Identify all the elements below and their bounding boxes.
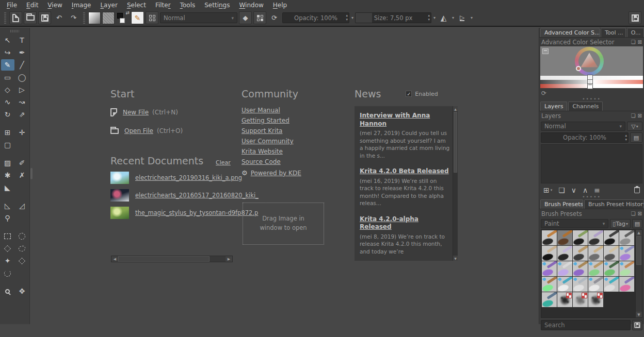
brush-preset[interactable] [573,277,588,292]
spin-arrows-icon[interactable]: ▴▾ [625,133,627,142]
preserve-alpha-button[interactable] [253,11,266,24]
tool-color-sampler[interactable]: ✐ [15,157,29,168]
recent-document-link[interactable]: electrichearts_20190316_kiki_a.png [135,174,242,181]
mirror-v-caret[interactable]: ▾ [471,15,473,20]
news-item-title[interactable]: Krita 4.2.0 Beta Released [360,167,450,176]
menu-filter[interactable]: Filter [151,1,175,9]
move-layer-down-button[interactable]: ∨ [571,186,576,194]
brush-preset[interactable] [573,261,588,276]
tool-reference-images[interactable]: ⚲ [1,212,14,224]
tool-calligraphy[interactable]: ✒ [15,47,29,58]
tool-pan[interactable]: ✥ [15,285,29,297]
tool-polygon[interactable]: ◇ [1,84,14,95]
toolbar-grip[interactable] [83,12,85,24]
tool-freehand-select[interactable] [15,243,29,254]
eraser-mode-button[interactable]: ◆ [239,11,252,24]
tool-dynamic-brush[interactable]: ↻ [1,109,14,120]
scrollbar-thumb[interactable] [118,256,210,262]
tool-crop[interactable]: ▢ [1,139,14,150]
menu-window[interactable]: Window [234,1,268,9]
brush-preset[interactable] [557,230,572,245]
fg-bg-color-widget[interactable]: ⇄ [116,11,130,25]
brush-preset[interactable] [619,277,634,292]
choose-workspace-button[interactable] [629,11,641,24]
open-file-row[interactable]: Open File (Ctrl+O) [110,125,239,137]
tool-assistants[interactable]: ◺ [1,200,14,211]
menu-help[interactable]: Help [268,1,292,9]
toolbar-grip[interactable] [4,12,6,24]
recent-document-link[interactable]: the_magic_stylus_by_tysontan-d9fp872.p [135,209,258,216]
brush-preset[interactable] [557,261,572,276]
brush-preset[interactable] [619,230,634,245]
menu-image[interactable]: Image [67,1,96,9]
tool-text[interactable]: T [15,35,29,46]
reload-preset-button[interactable]: ⟳ [268,11,281,24]
close-docker-icon[interactable]: ⊠ [638,39,642,45]
community-link-user-manual[interactable]: User Manual [242,107,334,114]
slider-handle[interactable] [588,75,592,80]
brush-size-slider[interactable]: Size: 7,50 px ▴▾ [355,12,431,23]
delete-layer-button[interactable] [634,187,640,193]
color-selector-settings-button[interactable] [542,48,549,54]
brush-preset[interactable] [588,230,603,245]
close-docker-icon[interactable]: ⊠ [638,113,642,119]
brush-editor-button[interactable]: ✎ [131,11,144,24]
tool-magnetic-select[interactable] [1,267,14,279]
scrollbar-track[interactable] [118,256,226,262]
new-file-button[interactable] [9,11,22,24]
tool-freehand-path[interactable]: ↝ [15,96,29,108]
tab-tool[interactable]: Tool ... [601,28,626,37]
size-options-caret[interactable]: ▾ [433,15,436,20]
brush-preset[interactable] [573,246,588,261]
brush-preset[interactable] [557,292,572,307]
float-docker-icon[interactable]: ❏ [631,39,636,45]
tool-similar-select[interactable]: ✦ [1,255,14,266]
tab-advanced-color-s[interactable]: Advanced Color S... [540,28,600,37]
tool-gradient[interactable]: ▨ [1,157,14,168]
docker-splitter[interactable]: ••••• [539,195,644,199]
toolbox-grip[interactable] [10,30,19,32]
community-link-support-krita[interactable]: Support Krita [242,127,334,134]
tab-brush-preset-history[interactable]: Brush Preset History [584,199,644,209]
pattern-chooser-button[interactable] [102,12,115,24]
tool-ellipse-select[interactable] [15,230,29,242]
scroll-up-icon[interactable]: ▲ [636,230,642,235]
community-link-krita-website[interactable]: Krita Website [242,148,334,155]
menu-select[interactable]: Select [122,1,151,9]
news-enabled-checkbox[interactable]: ✓ [406,91,412,97]
brush-preset[interactable] [557,246,572,261]
tab-layers[interactable]: Layers [540,102,567,111]
menu-view[interactable]: View [43,1,67,9]
redo-button[interactable]: ↷ [67,11,80,24]
blending-mode-combo[interactable]: Normal ▾ [160,12,237,23]
recent-document-row[interactable]: the_magic_stylus_by_tysontan-d9fp872.p [110,207,239,219]
tool-zoom[interactable] [1,285,14,297]
brush-preset[interactable] [542,277,557,292]
layer-opacity-slider[interactable]: Opacity: 100% ▴▾ [541,132,629,143]
powered-by-kde-link[interactable]: Powered by KDE [251,170,301,177]
news-item-title[interactable]: Interview with Anna Hannon [360,112,450,128]
brush-preset[interactable] [542,230,557,245]
color-history-button[interactable]: ⟳ [541,90,550,97]
swap-colors-icon[interactable]: ⇄ [125,10,130,15]
scroll-up-icon[interactable]: ▲ [453,106,458,111]
tab-o[interactable]: O... [627,28,644,37]
menu-settings[interactable]: Settings [200,1,234,9]
brush-preset[interactable] [542,261,557,276]
preset-category-combo[interactable]: Paint ▾ [541,219,608,228]
menu-tools[interactable]: Tools [175,1,200,9]
news-item-title[interactable]: Krita 4.2.0-alpha Released [360,215,450,231]
brush-preset[interactable] [542,246,557,261]
tag-button[interactable]: ▯ Tag▾ [610,219,631,228]
mirror-horizontal-button[interactable]: ◭ [437,11,450,24]
scrollbar-thumb[interactable] [636,236,641,265]
brush-preset[interactable] [588,292,603,307]
brush-preset[interactable] [619,261,634,276]
presets-display-mode-button[interactable]: ▤ [632,219,642,228]
layer-view-options-button[interactable]: ▤ [630,132,642,143]
layer-properties-button[interactable]: ≡ [594,186,600,194]
scroll-right-icon[interactable]: ▶ [226,256,232,262]
clear-recent-link[interactable]: Clear [216,159,231,166]
community-link-source-code[interactable]: Source Code [242,158,334,165]
brush-preset[interactable] [588,246,603,261]
